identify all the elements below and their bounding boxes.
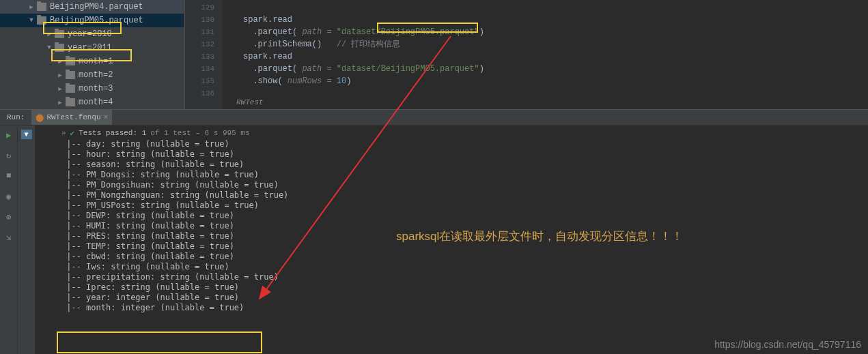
tests-passed-count: Tests passed: 1 [79,129,146,137]
run-toolbar-inner: ▼ [18,126,36,354]
tree-item-label: month=2 [79,70,113,80]
test-status-bar: » ✔ Tests passed: 1 of 1 test – 6 s 995 … [61,126,868,139]
chevron-icon[interactable]: ▶ [56,85,64,93]
chevrons-icon[interactable]: » [61,129,66,137]
folder-icon [55,44,64,52]
folder-icon [37,3,46,11]
folder-icon [37,16,46,25]
pin-icon[interactable]: ⇲ [3,232,14,243]
console-panel[interactable]: » ✔ Tests passed: 1 of 1 test – 6 s 995 … [36,126,868,354]
tests-passed-detail: of 1 test – 6 s 995 ms [150,129,249,137]
tree-item-label: year=2011 [68,43,112,53]
camera-icon[interactable]: ◉ [3,191,14,202]
chevron-icon[interactable]: ▶ [56,98,64,106]
breadcrumb[interactable]: RWTest [223,95,264,109]
chevron-icon[interactable]: ▶ [45,30,53,38]
tree-item[interactable]: ▼year=2011 [0,41,184,55]
tree-item[interactable]: ▶month=2 [0,68,184,82]
settings-icon[interactable]: ⚙ [3,211,14,222]
folder-icon [66,71,75,79]
chevron-icon[interactable]: ▶ [56,57,64,65]
run-tool-header: Run: ⬤ RWTest.fenqu × [0,109,868,126]
run-label: Run: [0,113,31,121]
chevron-icon[interactable]: ▼ [45,44,53,52]
chevron-icon[interactable]: ▼ [27,16,36,25]
folder-icon [66,85,75,93]
run-toolbar-left: ▶ ↻ ■ ◉ ⚙ ⇲ [0,126,18,354]
run-tab-label: RWTest.fenqu [46,113,100,121]
tree-item-label: month=4 [79,98,113,107]
folder-icon [66,98,75,106]
stop-icon[interactable]: ■ [3,171,14,181]
watermark: https://blog.csdn.net/qq_45797116 [714,339,861,350]
tree-item[interactable]: ▶month=3 [0,82,184,95]
code-editor[interactable]: 129130131132133134135136 spark.read .par… [184,0,868,109]
editor-gutter: 129130131132133134135136 [185,0,223,109]
tree-item-label: month=1 [79,57,113,66]
console-output[interactable]: |-- day: string (nullable = true) |-- ho… [61,139,868,313]
tree-item-label: BeijingPM05.parquet [50,16,143,25]
tree-item-label: year=2010 [68,29,112,39]
check-icon: ✔ [70,129,75,138]
rerun-icon[interactable]: ↻ [3,150,14,161]
project-tree[interactable]: ▶BeijingPM04.parquet▼BeijingPM05.parquet… [0,0,184,109]
run-tab-icon: ⬤ [36,113,44,122]
expand-icon[interactable]: ▼ [21,130,32,139]
code-area[interactable]: spark.read .parquet( path = "dataset/Bei… [223,0,868,109]
folder-icon [66,57,75,65]
tree-item[interactable]: ▶BeijingPM04.parquet [0,0,184,14]
tree-item-label: month=3 [79,84,113,93]
run-tab[interactable]: ⬤ RWTest.fenqu × [31,110,112,125]
chevron-icon[interactable]: ▶ [27,3,36,11]
tree-item[interactable]: ▶year=2010 [0,27,184,41]
tree-item[interactable]: ▶month=1 [0,55,184,68]
tree-item[interactable]: ▶month=4 [0,95,184,109]
tree-item-label: BeijingPM04.parquet [50,2,143,12]
chevron-icon[interactable]: ▶ [56,71,64,79]
close-icon[interactable]: × [104,113,109,121]
folder-icon [55,30,64,38]
run-icon[interactable]: ▶ [3,130,14,141]
tree-item[interactable]: ▼BeijingPM05.parquet [0,14,184,27]
